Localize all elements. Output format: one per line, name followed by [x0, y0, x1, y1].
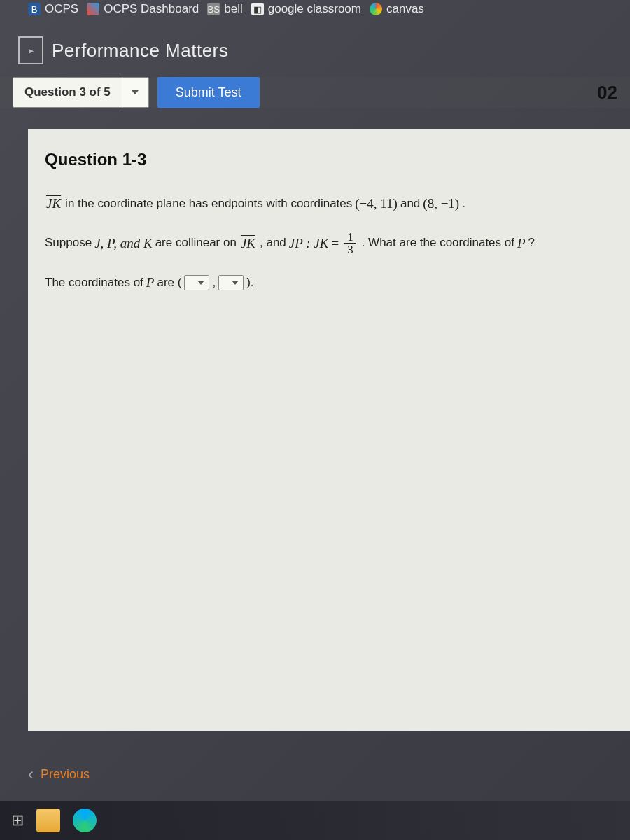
- question-dropdown-button[interactable]: [122, 78, 148, 107]
- fraction-denominator: 3: [344, 244, 356, 255]
- question-text-line-2: Suppose J, P, and K are collinear on JK …: [45, 231, 613, 255]
- bookmark-icon: [87, 3, 99, 15]
- fraction-numerator: 1: [344, 231, 356, 244]
- previous-label: Previous: [41, 767, 90, 782]
- app-header: ▸ Performance Matters: [0, 21, 630, 77]
- question-panel: Question 1-3 JK in the coordinate plane …: [28, 129, 630, 731]
- browser-icon[interactable]: [73, 808, 97, 832]
- text: and: [400, 193, 420, 215]
- point-1: (−4, 11): [355, 192, 398, 216]
- text: , and: [260, 232, 286, 254]
- text: . What are the coordinates of: [362, 232, 514, 254]
- chevron-down-icon: [232, 281, 239, 285]
- segment-jk: JK: [45, 192, 62, 216]
- question-heading: Question 1-3: [45, 150, 613, 169]
- windows-icon: ⊞: [11, 811, 24, 829]
- chevron-down-icon: [197, 281, 204, 285]
- taskbar: ⊞: [0, 801, 630, 840]
- bookmark-icon: [370, 3, 382, 15]
- app-logo-icon: ▸: [18, 36, 43, 64]
- vars-jpk: J, P, and K: [94, 232, 153, 255]
- bookmark-ocps[interactable]: B OCPS: [28, 2, 78, 16]
- bookmark-label: OCPS: [45, 2, 78, 16]
- answer-x-select[interactable]: [184, 275, 209, 290]
- bookmark-label: OCPS Dashboard: [104, 2, 199, 16]
- equals: =: [331, 232, 339, 255]
- bookmark-bell[interactable]: BS bell: [207, 2, 242, 16]
- bookmark-dashboard[interactable]: OCPS Dashboard: [87, 2, 199, 16]
- ratio-lhs: JP : JK: [289, 232, 329, 255]
- text: are collinear on: [155, 232, 237, 254]
- point-2: (8, −1): [423, 192, 459, 216]
- start-button[interactable]: ⊞: [11, 811, 24, 830]
- previous-button[interactable]: ‹ Previous: [28, 764, 90, 784]
- text: The coordinates of: [45, 272, 144, 294]
- bookmark-label: google classroom: [268, 2, 361, 16]
- text: in the coordinate plane has endpoints wi…: [65, 193, 352, 215]
- var-p: P: [517, 232, 526, 255]
- text: are (: [157, 272, 181, 294]
- chevron-left-icon: ‹: [28, 764, 34, 784]
- bookmark-canvas[interactable]: canvas: [370, 2, 424, 16]
- bookmark-label: bell: [224, 2, 242, 16]
- bookmark-icon: ◧: [251, 3, 264, 15]
- timer-display: 02: [597, 82, 617, 104]
- answer-y-select[interactable]: [218, 275, 244, 290]
- close-paren: ).: [246, 272, 253, 294]
- submit-test-button[interactable]: Submit Test: [158, 77, 260, 108]
- test-toolbar: Question 3 of 5 Submit Test 02: [0, 77, 630, 108]
- bookmark-icon: BS: [207, 3, 220, 15]
- question-indicator-label: Question 3 of 5: [13, 85, 122, 99]
- text: ?: [528, 232, 535, 254]
- bookmark-classroom[interactable]: ◧ google classroom: [251, 2, 361, 16]
- app-title: Performance Matters: [52, 40, 228, 62]
- bookmark-label: canvas: [386, 2, 424, 16]
- question-selector[interactable]: Question 3 of 5: [13, 77, 149, 108]
- comma: ,: [212, 272, 216, 294]
- question-text-line-1: JK in the coordinate plane has endpoints…: [45, 192, 613, 216]
- text: .: [462, 193, 465, 215]
- fraction-one-third: 1 3: [344, 231, 356, 255]
- segment-jk: JK: [239, 232, 257, 255]
- file-explorer-icon[interactable]: [36, 808, 60, 832]
- text: Suppose: [45, 232, 92, 254]
- bookmark-icon: B: [28, 3, 41, 15]
- chevron-down-icon: [132, 90, 139, 94]
- var-p: P: [146, 271, 155, 295]
- question-answer-line: The coordinates of P are ( , ).: [45, 271, 613, 295]
- bookmark-bar: B OCPS OCPS Dashboard BS bell ◧ google c…: [0, 0, 630, 21]
